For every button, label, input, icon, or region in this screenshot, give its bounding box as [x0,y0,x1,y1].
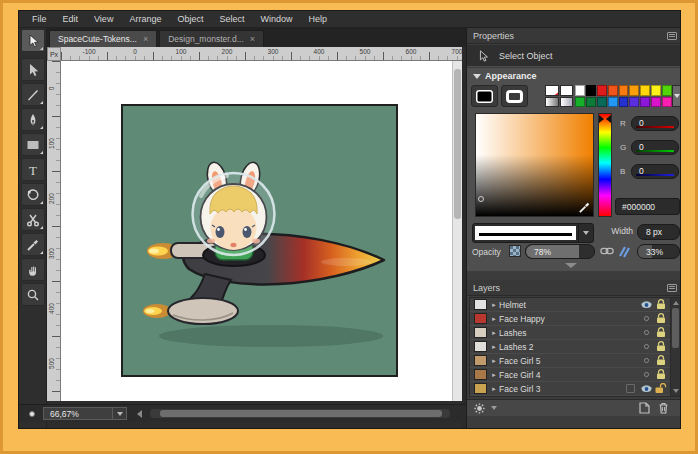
lock-closed-icon[interactable] [654,299,668,310]
visibility-off-icon[interactable] [638,314,654,323]
scroll-up-arrow-icon[interactable] [673,301,679,305]
layer-row[interactable]: ►Face Girl 3 [470,382,680,396]
green-value-field[interactable]: 0 [631,140,679,155]
scissors-tool-button[interactable] [21,208,45,231]
stroke-width-field[interactable]: 8 px [637,224,680,240]
pen-tool-button[interactable] [21,108,45,131]
layer-row[interactable]: ►Face Girl 4 [470,368,680,382]
palette-swatch[interactable] [575,85,585,96]
scrollbar-thumb[interactable] [672,308,679,348]
zoom-tool-button[interactable] [21,283,45,306]
scroll-left-arrow-icon[interactable] [137,410,142,418]
palette-swatch[interactable] [608,97,618,108]
shape-tool-button[interactable] [21,183,45,206]
close-icon[interactable]: × [250,35,255,44]
visibility-eye-icon[interactable] [638,384,654,393]
palette-swatch[interactable] [629,85,639,96]
swatch-gradient[interactable] [545,97,559,108]
trash-icon[interactable] [658,402,669,414]
brush-hatch-icon[interactable] [617,244,631,258]
palette-swatch[interactable] [608,85,618,96]
zoom-dropdown-button[interactable] [113,407,127,420]
visibility-eye-icon[interactable] [638,300,654,309]
palette-swatch[interactable] [586,85,596,96]
palette-swatch[interactable] [597,85,607,96]
layer-row[interactable]: ►Lashes [470,326,680,340]
lock-closed-icon[interactable] [654,355,668,366]
zoom-level-field[interactable]: 66,67% [43,407,113,420]
new-layer-icon[interactable] [639,402,650,414]
panel-menu-icon[interactable] [667,32,677,40]
eyedropper-tool-button[interactable] [21,233,45,256]
tab-spacecute-tokens[interactable]: SpaceCute-Tokens... × [49,30,157,47]
opacity-slider[interactable]: 78% [525,244,595,259]
lock-open-icon[interactable] [654,383,668,394]
tab-design-monster[interactable]: Design_monster.d... × [159,30,264,47]
palette-swatch[interactable] [575,97,585,108]
chevron-down-icon[interactable] [491,406,497,410]
menu-file[interactable]: File [25,12,54,26]
rectangle-tool-button[interactable] [21,133,45,156]
selection-checkbox[interactable] [626,384,635,393]
fill-color-button[interactable] [471,85,498,107]
scroll-down-arrow-icon[interactable] [673,389,679,393]
saturation-value-picker[interactable] [475,113,594,217]
expand-arrow-icon[interactable]: ► [491,372,499,378]
palette-swatch[interactable] [640,85,650,96]
hue-slider[interactable] [598,113,612,217]
expand-arrow-icon[interactable]: ► [491,316,499,322]
layer-row[interactable]: ►Helmet [470,298,680,312]
section-collapse-chevron[interactable] [565,263,577,268]
stroke-color-button[interactable] [501,85,528,107]
select-tool-button[interactable] [21,29,45,52]
palette-swatch[interactable] [629,97,639,108]
eyedropper-icon[interactable] [578,201,591,214]
expand-arrow-icon[interactable]: ► [491,344,499,350]
hex-color-field[interactable]: #000000 [615,198,680,215]
swatch-gradient-soft[interactable] [560,97,574,108]
palette-expand-button[interactable] [672,85,681,107]
appearance-header[interactable]: Appearance [473,71,537,81]
menu-object[interactable]: Object [170,12,210,26]
stroke-style-dropdown[interactable] [472,223,594,243]
canvas-area[interactable] [61,61,452,401]
palette-swatch[interactable] [662,97,672,108]
visibility-off-icon[interactable] [638,356,654,365]
menu-select[interactable]: Select [212,12,251,26]
expand-arrow-icon[interactable]: ► [491,302,499,308]
expand-arrow-icon[interactable]: ► [491,358,499,364]
select-object-bar[interactable]: Select Object [467,45,681,67]
expand-arrow-icon[interactable]: ► [491,386,499,392]
panel-menu-icon[interactable] [667,284,677,292]
menu-help[interactable]: Help [301,12,334,26]
dropdown-button[interactable] [578,224,593,242]
line-tool-button[interactable] [21,83,45,106]
swatch-none[interactable] [545,85,559,96]
layers-scrollbar[interactable] [670,298,680,396]
direct-select-tool-button[interactable] [21,58,45,81]
hand-tool-button[interactable] [21,258,45,281]
horizontal-ruler[interactable]: -1000100200300400500600700 [61,47,466,61]
palette-swatch[interactable] [662,85,672,96]
canvas-vertical-scrollbar[interactable] [452,61,462,401]
canvas-horizontal-scrollbar[interactable] [150,409,450,418]
menu-arrange[interactable]: Arrange [122,12,168,26]
lock-closed-icon[interactable] [654,327,668,338]
palette-swatch[interactable] [586,97,596,108]
menu-edit[interactable]: Edit [56,12,86,26]
red-value-field[interactable]: 0 [631,116,679,131]
layer-row[interactable]: ►Lashes 2 [470,340,680,354]
palette-swatch[interactable] [597,97,607,108]
menu-window[interactable]: Window [253,12,299,26]
blue-value-field[interactable]: 0 [631,164,679,179]
palette-swatch[interactable] [640,97,650,108]
scrollbar-thumb[interactable] [454,69,461,219]
vertical-ruler[interactable]: 0100200300400500600 [47,61,61,401]
layer-row[interactable]: ►Face Happy [470,312,680,326]
lock-closed-icon[interactable] [654,313,668,324]
text-tool-button[interactable]: T [21,158,45,181]
lock-closed-icon[interactable] [654,369,668,380]
link-icon[interactable] [600,246,614,256]
visibility-off-icon[interactable] [638,370,654,379]
visibility-off-icon[interactable] [638,328,654,337]
